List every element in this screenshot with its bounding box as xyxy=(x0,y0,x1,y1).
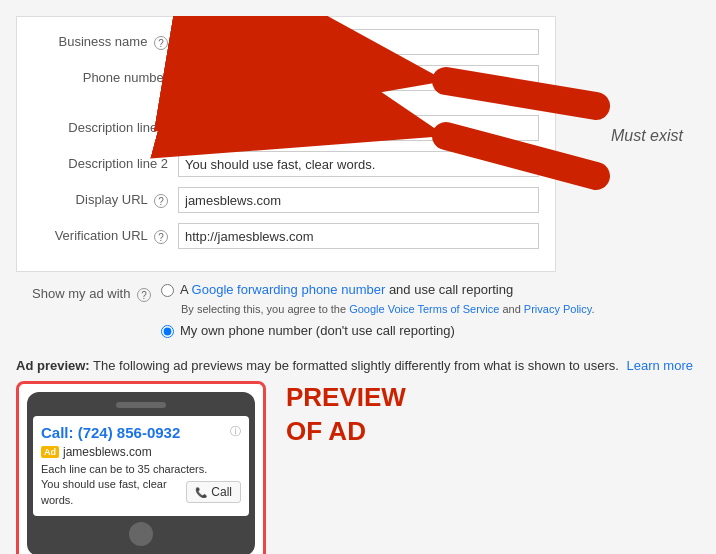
show-ad-radio1[interactable] xyxy=(161,284,174,297)
verify-url-input[interactable] xyxy=(178,223,539,249)
desc2-input[interactable] xyxy=(178,151,539,177)
ad-url: jamesblews.com xyxy=(63,445,152,459)
show-ad-option2-label: My own phone number (don't use call repo… xyxy=(180,323,455,338)
desc2-row: Description line 2 xyxy=(33,151,539,177)
phone-number-input[interactable] xyxy=(287,65,539,91)
ad-badge-row: Ad jamesblews.com xyxy=(41,445,241,459)
phone-country-select[interactable]: United States xyxy=(178,65,281,91)
show-ad-option1-label: A Google forwarding phone number and use… xyxy=(180,282,513,297)
ad-call-button[interactable]: 📞 Call xyxy=(186,481,241,503)
ad-desc2: You should use fast, clear words. xyxy=(41,477,186,508)
business-name-help-icon[interactable]: ? xyxy=(154,36,168,50)
phone-screen: Call: (724) 856-0932 ⓘ Ad jamesblews.com… xyxy=(33,416,249,516)
business-name-input[interactable] xyxy=(178,29,539,55)
ad-screen-top: Call: (724) 856-0932 ⓘ xyxy=(41,424,241,445)
phone-device: Call: (724) 856-0932 ⓘ Ad jamesblews.com… xyxy=(27,392,255,554)
verify-url-row: Verification URL ? xyxy=(33,223,539,249)
business-name-input-wrapper xyxy=(178,29,539,55)
verify-url-help-icon[interactable]: ? xyxy=(154,230,168,244)
form-container: Business name ? Phone number United Stat… xyxy=(16,16,556,272)
ad-preview-wrapper: Call: (724) 856-0932 ⓘ Ad jamesblews.com… xyxy=(16,381,716,554)
show-ad-option2: My own phone number (don't use call repo… xyxy=(161,323,595,338)
svg-text:Must exist: Must exist xyxy=(611,127,684,144)
ad-badge: Ad xyxy=(41,446,59,458)
desc2-input-wrapper xyxy=(178,151,539,177)
display-url-help-icon[interactable]: ? xyxy=(154,194,168,208)
ad-preview-section: Ad preview: The following ad previews ma… xyxy=(16,358,716,554)
page-wrapper: Business name ? Phone number United Stat… xyxy=(16,16,716,554)
display-url-label: Display URL ? xyxy=(33,187,178,208)
phone-speaker xyxy=(116,402,166,408)
google-voice-tos-link[interactable]: Google Voice Terms of Service xyxy=(349,303,499,315)
display-url-row: Display URL ? xyxy=(33,187,539,213)
phone-row: United States xyxy=(178,65,539,91)
phone-number-row: Phone number United States Example: (201… xyxy=(33,65,539,105)
verify-url-input-wrapper xyxy=(178,223,539,249)
show-ad-label: Show my ad with ? xyxy=(16,282,161,302)
show-ad-options: A Google forwarding phone number and use… xyxy=(161,282,595,344)
desc1-input[interactable] xyxy=(178,115,539,141)
show-ad-option1: A Google forwarding phone number and use… xyxy=(161,282,595,297)
business-name-label: Business name ? xyxy=(33,29,178,50)
display-url-input[interactable] xyxy=(178,187,539,213)
ad-desc1: Each line can be to 35 characters. xyxy=(41,462,241,477)
desc1-row: Description line 1 xyxy=(33,115,539,141)
phone-example-text: Example: (201) 555-5555 xyxy=(178,93,539,105)
ad-preview-label: Ad preview: The following ad previews ma… xyxy=(16,358,716,373)
display-url-input-wrapper xyxy=(178,187,539,213)
call-phone-icon: 📞 xyxy=(195,487,207,498)
phone-number-label: Phone number xyxy=(33,65,178,85)
desc2-label: Description line 2 xyxy=(33,151,178,171)
ad-info-icon: ⓘ xyxy=(230,424,241,445)
desc1-input-wrapper xyxy=(178,115,539,141)
show-ad-section: Show my ad with ? A Google forwarding ph… xyxy=(16,282,716,344)
preview-of-ad-label: PREVIEWOF AD xyxy=(286,381,446,449)
ad-desc2-row: You should use fast, clear words. 📞 Call xyxy=(41,477,241,508)
learn-more-link[interactable]: Learn more xyxy=(626,358,692,373)
verify-url-label: Verification URL ? xyxy=(33,223,178,244)
google-forwarding-link[interactable]: Google forwarding phone number xyxy=(192,282,386,297)
show-ad-help-icon[interactable]: ? xyxy=(137,288,151,302)
phone-home-button xyxy=(129,522,153,546)
screen-content: Call: (724) 856-0932 ⓘ Ad jamesblews.com… xyxy=(41,424,241,508)
phone-number-input-wrapper: United States Example: (201) 555-5555 xyxy=(178,65,539,105)
show-ad-radio2[interactable] xyxy=(161,325,174,338)
ad-call-line: Call: (724) 856-0932 xyxy=(41,424,180,441)
privacy-policy-link[interactable]: Privacy Policy xyxy=(524,303,592,315)
business-name-row: Business name ? xyxy=(33,29,539,55)
desc1-label: Description line 1 xyxy=(33,115,178,135)
terms-text: By selecting this, you agree to the Goog… xyxy=(181,303,595,315)
phone-mockup: Call: (724) 856-0932 ⓘ Ad jamesblews.com… xyxy=(16,381,266,554)
